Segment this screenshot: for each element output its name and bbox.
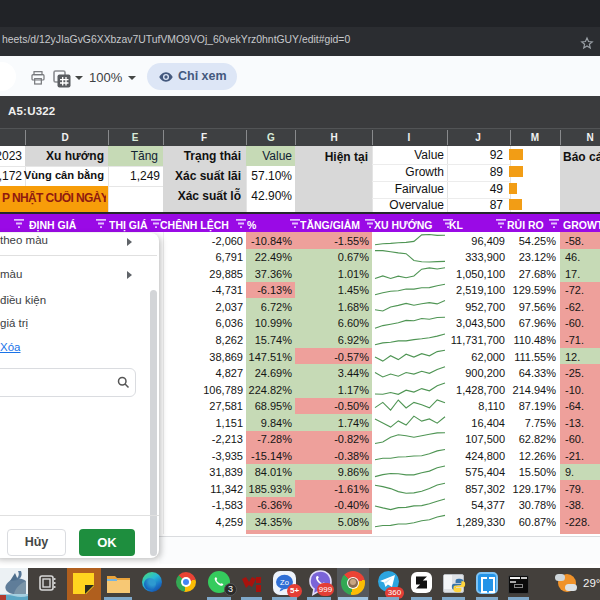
svg-text:Zo: Zo — [280, 578, 289, 587]
